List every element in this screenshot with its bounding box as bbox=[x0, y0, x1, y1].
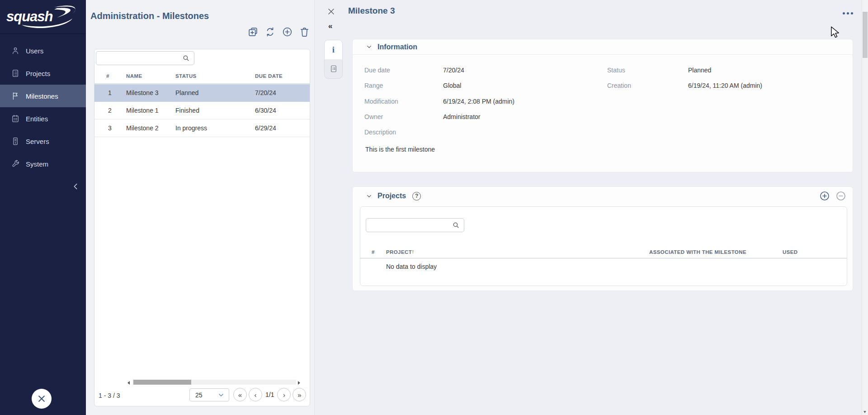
ellipsis-dot bbox=[851, 12, 853, 14]
ellipsis-dot bbox=[843, 12, 845, 14]
cell-num: 2 bbox=[108, 107, 112, 114]
trash-icon bbox=[299, 26, 310, 38]
collapse-projects-button[interactable] bbox=[366, 193, 372, 199]
sidebar-item-system[interactable]: System bbox=[0, 153, 86, 175]
field-owner: Owner Administrator bbox=[364, 113, 480, 120]
wrench-icon bbox=[11, 159, 20, 168]
search-icon bbox=[182, 54, 190, 62]
milestones-table-header: # NAME STATUS DUE DATE bbox=[94, 67, 310, 84]
first-page-button[interactable]: « bbox=[233, 388, 247, 401]
sidebar-item-projects[interactable]: Projects bbox=[0, 62, 86, 85]
page-size-select[interactable]: 25 bbox=[189, 388, 229, 401]
bind-project-button[interactable] bbox=[819, 191, 830, 201]
next-page-button[interactable]: › bbox=[277, 388, 291, 401]
hscroll-track bbox=[132, 380, 296, 385]
projects-search-input[interactable] bbox=[366, 219, 452, 232]
svg-text:squash: squash bbox=[6, 9, 53, 24]
chevron-down-icon bbox=[218, 392, 224, 398]
sort-ascending-icon[interactable]: ↑ bbox=[411, 248, 415, 255]
row-range-label: 1 - 3 / 3 bbox=[99, 392, 120, 399]
cell-status: In progress bbox=[175, 124, 207, 132]
field-label: Creation bbox=[607, 82, 688, 89]
hscroll-right-arrow[interactable] bbox=[298, 381, 300, 385]
cell-due: 7/20/24 bbox=[255, 89, 276, 96]
information-section-title: Information bbox=[377, 43, 417, 51]
vertical-scrollbar-thumb[interactable] bbox=[863, 12, 868, 58]
more-actions-button[interactable] bbox=[841, 11, 854, 16]
field-range: Range Global bbox=[364, 82, 461, 89]
sidebar-item-label: Entities bbox=[26, 115, 48, 123]
description-value[interactable]: This is the first milestone bbox=[365, 146, 435, 153]
add-milestone-button[interactable] bbox=[282, 26, 293, 38]
column-header-status[interactable]: STATUS bbox=[175, 73, 197, 79]
page-size-value: 25 bbox=[190, 391, 218, 399]
user-icon bbox=[11, 46, 20, 55]
milestones-list-panel: Administration - Milestones bbox=[86, 0, 314, 415]
sidebar-item-milestones[interactable]: Milestones bbox=[0, 85, 86, 107]
table-row-milestone-1[interactable]: 2 Milestone 1 Finished 6/30/24 bbox=[94, 102, 310, 119]
projects-help-button[interactable]: ? bbox=[412, 192, 421, 200]
squash-logo[interactable]: squash bbox=[0, 0, 86, 34]
last-page-button[interactable]: » bbox=[292, 388, 306, 401]
close-detail-button[interactable] bbox=[327, 7, 335, 16]
remove-circle-icon bbox=[835, 191, 846, 201]
milestones-toolbar bbox=[247, 26, 310, 38]
sidebar-collapse-button[interactable] bbox=[71, 181, 81, 193]
sidebar-nav: Users Projects Milestones Entities bbox=[0, 34, 86, 175]
sidebar-item-label: Milestones bbox=[26, 92, 58, 100]
field-value: 6/19/24, 2:08 PM (admin) bbox=[443, 98, 514, 105]
collapse-information-button[interactable] bbox=[366, 44, 372, 50]
hscroll-left-arrow[interactable] bbox=[127, 381, 130, 385]
duplicate-button[interactable] bbox=[247, 26, 259, 38]
detail-tab-rail: i bbox=[324, 40, 343, 79]
column-header-due[interactable]: DUE DATE bbox=[255, 73, 283, 79]
detail-title: Milestone 3 bbox=[348, 6, 395, 16]
sidebar-item-servers[interactable]: Servers bbox=[0, 130, 86, 153]
cell-num: 3 bbox=[108, 124, 112, 132]
milestones-search-input[interactable] bbox=[96, 52, 182, 65]
sidebar-item-users[interactable]: Users bbox=[0, 39, 86, 62]
column-header-name[interactable]: NAME bbox=[126, 73, 142, 79]
last-page-icon: » bbox=[297, 391, 301, 399]
refresh-button[interactable] bbox=[264, 26, 276, 38]
hscroll-thumb[interactable] bbox=[133, 380, 191, 385]
projects-column-num: # bbox=[372, 249, 375, 255]
chevron-down-icon bbox=[366, 44, 372, 50]
field-value: 6/19/24, 11:20 AM (admin) bbox=[688, 82, 762, 89]
table-row-milestone-3[interactable]: 1 Milestone 3 Planned 7/20/24 bbox=[94, 84, 310, 102]
refresh-icon bbox=[264, 26, 276, 38]
server-icon bbox=[11, 137, 20, 146]
sidebar-item-entities[interactable]: Entities bbox=[0, 107, 86, 130]
information-section-header: Information bbox=[353, 39, 853, 55]
field-due-date: Due date 7/20/24 bbox=[364, 67, 464, 74]
empty-table-message: No data to display bbox=[386, 263, 437, 270]
information-section: Information Due date 7/20/24 Range Globa… bbox=[352, 39, 853, 172]
projects-section-title: Projects bbox=[377, 192, 406, 200]
field-value: 7/20/24 bbox=[443, 67, 464, 74]
tab-information[interactable]: i bbox=[325, 40, 342, 59]
field-label: Status bbox=[607, 67, 688, 74]
cell-name: Milestone 3 bbox=[126, 89, 159, 96]
close-icon bbox=[327, 7, 335, 16]
field-value: Global bbox=[443, 82, 461, 89]
table-row-milestone-2[interactable]: 3 Milestone 2 In progress 6/29/24 bbox=[94, 119, 310, 137]
collapse-detail-button[interactable]: « bbox=[328, 22, 332, 31]
pagination: « ‹ 1/1 › » bbox=[233, 388, 306, 401]
field-value: Administrator bbox=[443, 113, 480, 120]
tab-description[interactable] bbox=[325, 59, 342, 78]
sidebar: squash Users Projects Milestones bbox=[0, 0, 86, 415]
chevrons-left-icon: « bbox=[328, 22, 332, 30]
file-list-icon bbox=[11, 69, 20, 78]
close-menu-fab[interactable] bbox=[32, 389, 52, 409]
unbind-project-button[interactable] bbox=[835, 191, 846, 201]
cell-status: Finished bbox=[175, 107, 199, 114]
delete-milestone-button[interactable] bbox=[299, 26, 310, 38]
projects-column-project[interactable]: PROJECT bbox=[386, 249, 412, 255]
page-indicator: 1/1 bbox=[265, 391, 274, 398]
sidebar-item-label: Servers bbox=[26, 138, 49, 145]
prev-page-button[interactable]: ‹ bbox=[249, 388, 262, 401]
milestones-table-card: # NAME STATUS DUE DATE 1 Milestone 3 Pla… bbox=[94, 49, 310, 406]
scroll-down-arrow[interactable] bbox=[863, 411, 866, 413]
document-icon bbox=[330, 65, 338, 73]
next-page-icon: › bbox=[283, 391, 285, 399]
